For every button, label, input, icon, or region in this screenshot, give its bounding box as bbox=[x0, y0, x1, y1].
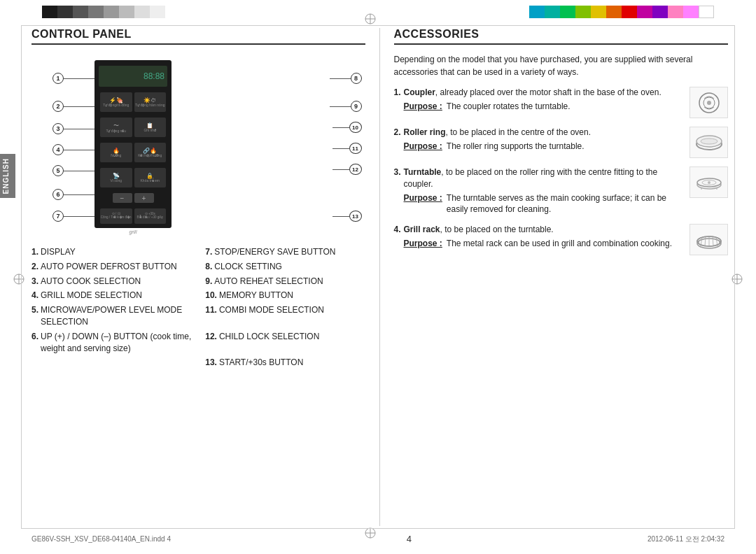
color-bar-top-left bbox=[42, 6, 165, 18]
oven-button-5: 🔥 Nướng bbox=[100, 143, 132, 162]
svg-point-21 bbox=[708, 181, 710, 184]
list-item: 6. UP (+) / DOWN (–) BUTTON (cook time, … bbox=[31, 331, 191, 355]
callout-7: 7 bbox=[52, 211, 97, 222]
callout-13: 13 bbox=[332, 211, 362, 222]
list-item: 2. AUTO POWER DEFROST BUTTON bbox=[31, 261, 191, 273]
page-footer: GE86V-SSH_XSV_DE68-04140A_EN.indd 4 4 20… bbox=[31, 534, 724, 544]
oven-minus-btn: − bbox=[113, 193, 132, 203]
main-content: CONTROL PANEL 1 2 3 4 bbox=[31, 28, 728, 526]
callout-5: 5 bbox=[52, 165, 97, 176]
callout-10: 10 bbox=[332, 122, 362, 133]
page-border-left bbox=[21, 25, 22, 529]
svg-line-31 bbox=[713, 236, 713, 246]
list-item: 13. START/+30s BUTTON bbox=[205, 357, 365, 369]
callout-11: 11 bbox=[332, 143, 362, 154]
svg-line-29 bbox=[705, 236, 706, 246]
control-panel-section: CONTROL PANEL 1 2 3 4 bbox=[31, 28, 380, 526]
oven-stop-btn: ⊙ / ⊡ Công / Tiết kiệm điện bbox=[100, 208, 132, 224]
accessories-title: ACCESSORIES bbox=[394, 28, 729, 45]
callout-12: 12 bbox=[332, 164, 362, 175]
footer-right: 2012-06-11 오전 2:04:32 bbox=[648, 534, 724, 544]
callout-8: 8 bbox=[330, 73, 362, 84]
callout-1: 1 bbox=[52, 73, 97, 84]
callout-2: 2 bbox=[52, 101, 97, 112]
oven-plus-btn: + bbox=[134, 193, 154, 203]
oven-button-1: ⚡🍖 Tự động/rã đông bbox=[100, 92, 132, 112]
items-list: 1. DISPLAY 7. STOP/ENERGY SAVE BUTTON 2.… bbox=[31, 246, 365, 369]
list-item: 9. AUTO REHEAT SELECTION bbox=[205, 276, 365, 287]
accessory-grill-rack: 4. Grill rack, to be placed on the turnt… bbox=[394, 224, 729, 255]
svg-point-17 bbox=[701, 138, 718, 144]
oven-button-7: 📡 Vi sóng bbox=[100, 168, 132, 187]
list-item: 8. CLOCK SETTING bbox=[205, 261, 365, 273]
color-bar-top-right bbox=[529, 6, 714, 18]
list-item: 12. CHILD LOCK SELECTION bbox=[205, 331, 365, 355]
list-item: 3. AUTO COOK SELECTION bbox=[31, 276, 191, 287]
oven-start-btn: ⊙ +30s Bắt đầu / +30 giây bbox=[134, 208, 167, 224]
list-item: 1. DISPLAY bbox=[31, 246, 191, 258]
list-item: 7. STOP/ENERGY SAVE BUTTON bbox=[205, 246, 365, 258]
english-tab: ENGLISH bbox=[0, 154, 15, 198]
accessory-roller-ring: 2. Roller ring, to be placed in the cent… bbox=[394, 127, 729, 158]
footer-left: GE86V-SSH_XSV_DE68-04140A_EN.indd 4 bbox=[31, 535, 171, 543]
oven-button-3: 〜 Tự động nấu bbox=[100, 118, 132, 137]
oven-button-2: ☀️⏱ Tự động hâm nóng bbox=[134, 92, 167, 112]
list-item: 5. MICROWAVE/POWER LEVEL MODE SELECTION bbox=[31, 304, 191, 328]
oven-button-6: 🔗🔥 Kết hợp/Nướng bbox=[134, 143, 167, 162]
accessories-intro: Depending on the model that you have pur… bbox=[394, 53, 729, 78]
accessory-turntable: 3. Turntable, to be placed on the roller… bbox=[394, 166, 729, 215]
control-panel-title: CONTROL PANEL bbox=[31, 28, 365, 45]
callout-3: 3 bbox=[52, 123, 97, 134]
oven-display: 88:88 bbox=[99, 66, 167, 87]
accessory-turntable-image bbox=[690, 166, 728, 198]
list-item: 11. COMBI MODE SELECTION bbox=[205, 304, 365, 328]
oven-panel-graphic: 88:88 ⚡🍖 Tự động/rã đông ☀️⏱ Tự động hâm… bbox=[94, 60, 172, 228]
accessories-section: ACCESSORIES Depending on the model that … bbox=[380, 28, 729, 526]
page-border-right bbox=[734, 25, 735, 529]
accessory-roller-ring-image bbox=[690, 127, 728, 158]
oven-button-8: 🔒 Khóa trẻ em bbox=[134, 168, 167, 187]
callout-6: 6 bbox=[52, 189, 97, 200]
reg-mark-left bbox=[13, 273, 25, 287]
callout-9: 9 bbox=[330, 101, 362, 112]
list-item bbox=[31, 357, 191, 369]
page-border-top bbox=[21, 25, 735, 26]
page-number: 4 bbox=[407, 534, 412, 544]
svg-point-14 bbox=[707, 101, 711, 105]
page-border-bottom bbox=[21, 528, 735, 529]
reg-mark-right bbox=[731, 273, 743, 287]
oven-diagram: 1 2 3 4 5 bbox=[31, 53, 365, 235]
accessory-grill-rack-image bbox=[690, 224, 728, 255]
list-item: 4. GRILL MODE SELECTION bbox=[31, 290, 191, 301]
callout-4: 4 bbox=[52, 144, 97, 155]
list-item: 10. MEMORY BUTTON bbox=[205, 290, 365, 301]
oven-button-4: 📋 Ghi nhớ bbox=[134, 118, 167, 137]
accessory-coupler: 1. Coupler, already placed over the moto… bbox=[394, 87, 729, 118]
accessory-coupler-image bbox=[690, 87, 728, 118]
